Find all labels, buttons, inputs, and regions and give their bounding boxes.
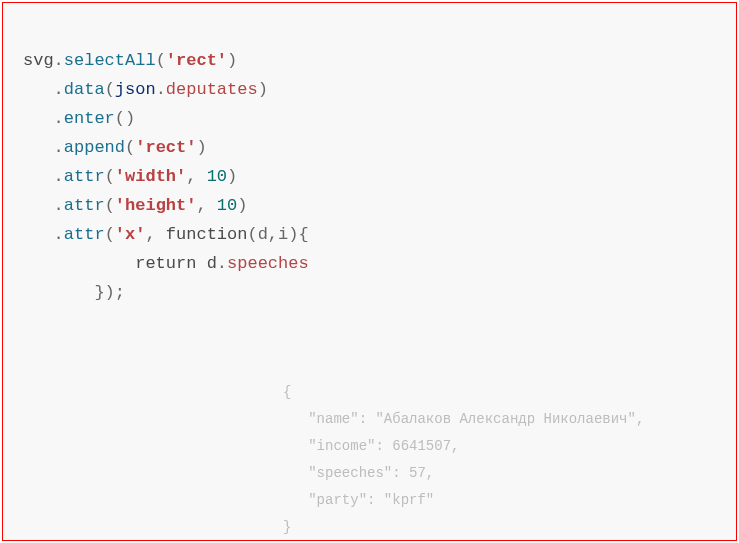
json-line-income: "income": 6641507,: [283, 438, 459, 454]
token-x-string: 'x': [115, 225, 146, 244]
code-frame: svg.selectAll('rect') .data(json.deputat…: [2, 2, 737, 541]
json-line-speeches: "speeches": 57,: [283, 465, 434, 481]
code-line-7: .attr('x', function(d,i){: [23, 225, 309, 244]
code-line-3: .enter(): [23, 109, 135, 128]
token-paren: (: [105, 196, 115, 215]
json-value-speeches: 57: [409, 465, 426, 481]
token-paren: ): [227, 167, 237, 186]
token-speeches: speeches: [227, 254, 309, 273]
token-width-string: 'width': [115, 167, 186, 186]
token-paren: (: [105, 225, 115, 244]
token-dot: .: [54, 109, 64, 128]
token-comma: ,: [186, 167, 206, 186]
token-dot: .: [156, 80, 166, 99]
token-rect-string: 'rect': [166, 51, 227, 70]
json-value-name: "Абалаков Александр Николаевич": [375, 411, 635, 427]
code-line-6: .attr('height', 10): [23, 196, 247, 215]
token-dot: .: [54, 51, 64, 70]
json-brace-close: }: [283, 519, 291, 535]
json-key-party: "party": [308, 492, 367, 508]
json-brace-open: {: [283, 384, 291, 400]
token-enter: enter: [64, 109, 115, 128]
code-line-1: svg.selectAll('rect'): [23, 51, 237, 70]
token-paren: ): [237, 196, 247, 215]
indent: [283, 465, 308, 481]
indent: [23, 109, 54, 128]
token-args: (d,i){: [247, 225, 308, 244]
token-selectall: selectAll: [64, 51, 156, 70]
json-key-income: "income": [308, 438, 375, 454]
token-svg: svg: [23, 51, 54, 70]
token-paren: ): [196, 138, 206, 157]
indent: [23, 167, 54, 186]
code-line-8: return d.speeches: [23, 254, 309, 273]
token-paren: ): [227, 51, 237, 70]
token-paren: (: [105, 167, 115, 186]
token-close: });: [94, 283, 125, 302]
code-line-4: .append('rect'): [23, 138, 207, 157]
token-paren: (: [105, 80, 115, 99]
json-colon: :: [359, 411, 376, 427]
json-value-income: 6641507: [392, 438, 451, 454]
token-deputates: deputates: [166, 80, 258, 99]
token-dot: .: [54, 196, 64, 215]
token-num: 10: [217, 196, 237, 215]
indent: [283, 438, 308, 454]
indent: [23, 196, 54, 215]
token-paren: (: [156, 51, 166, 70]
token-paren: (: [125, 138, 135, 157]
json-value-party: "kprf": [384, 492, 434, 508]
token-comma: ,: [145, 225, 165, 244]
indent: [283, 411, 308, 427]
token-paren: ): [258, 80, 268, 99]
token-dot: .: [54, 138, 64, 157]
token-data: data: [64, 80, 105, 99]
json-colon: :: [375, 438, 392, 454]
token-return: return: [135, 254, 206, 273]
token-dot: .: [54, 167, 64, 186]
token-attr: attr: [64, 225, 105, 244]
code-block: svg.selectAll('rect') .data(json.deputat…: [3, 3, 736, 307]
json-key-name: "name": [308, 411, 358, 427]
token-json: json: [115, 80, 156, 99]
json-comma: ,: [636, 411, 644, 427]
token-attr: attr: [64, 167, 105, 186]
json-comma: ,: [426, 465, 434, 481]
indent: [23, 254, 135, 273]
token-num: 10: [207, 167, 227, 186]
token-attr: attr: [64, 196, 105, 215]
code-line-5: .attr('width', 10): [23, 167, 237, 186]
indent: [23, 138, 54, 157]
token-paren: (: [115, 109, 125, 128]
token-function: function: [166, 225, 248, 244]
code-line-9: });: [23, 283, 125, 302]
token-d: d: [207, 254, 217, 273]
token-rect-string: 'rect': [135, 138, 196, 157]
json-key-speeches: "speeches": [308, 465, 392, 481]
token-append: append: [64, 138, 125, 157]
token-dot: .: [54, 80, 64, 99]
json-colon: :: [392, 465, 409, 481]
code-line-2: .data(json.deputates): [23, 80, 268, 99]
token-comma: ,: [196, 196, 216, 215]
token-dot: .: [217, 254, 227, 273]
token-paren: ): [125, 109, 135, 128]
token-height-string: 'height': [115, 196, 197, 215]
indent: [23, 80, 54, 99]
indent: [23, 283, 94, 302]
json-line-party: "party": "kprf": [283, 492, 434, 508]
indent: [23, 225, 54, 244]
token-dot: .: [54, 225, 64, 244]
indent: [283, 492, 308, 508]
json-line-name: "name": "Абалаков Александр Николаевич",: [283, 411, 644, 427]
json-comma: ,: [451, 438, 459, 454]
json-sample: { "name": "Абалаков Александр Николаевич…: [283, 379, 644, 541]
json-colon: :: [367, 492, 384, 508]
